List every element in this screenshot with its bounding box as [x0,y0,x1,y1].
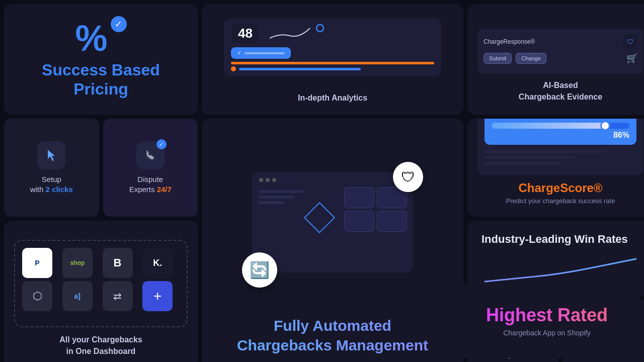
setup-card: Setup with 2 clicks [4,119,99,217]
bold-icon: B [103,248,133,278]
chargescore-percentage: 86% [492,131,629,140]
square-icon: a] [62,281,93,311]
percent-symbol: % [75,20,107,56]
evidence-title: AI-Based Chargeback Evidence [519,80,602,103]
win-rates-title: Industry-Leading Win Rates [481,233,628,246]
highest-rated-card: Highest Rated Chargeback App on Shopify [454,284,640,358]
chargeresponse-label: ChargeResponse® [484,38,535,45]
pricing-card: % ✓ Success BasedPricing [4,4,198,115]
pricing-title: Success BasedPricing [42,60,160,99]
highest-rated-title: Highest Rated [486,305,608,326]
evidence-card: ChargeResponse® 🛡 Submit Change 🛒 AI-Bas… [467,4,644,115]
diamond-icon [304,202,335,233]
dispute-label: Dispute Experts 24/7 [129,174,172,194]
klarna-icon: K. [142,248,173,278]
slider-knob [600,121,610,131]
cursor-icon [37,141,65,169]
win-rates-chart [481,254,639,284]
highest-rated-subtitle: Chargeback App on Shopify [503,329,591,337]
change-button[interactable]: Change [516,53,546,64]
shield-icon: 🛡 [393,162,423,192]
phone-icon: ✓ [136,141,165,169]
payment-icons-grid: P shop B K. ⬡ a] ⇄ + [22,248,180,311]
analytics-card: 48 ✓ [202,4,463,115]
font-icon: ⬡ [22,281,52,311]
dispute-card: ✓ Dispute Experts 24/7 [103,119,198,217]
submit-button[interactable]: Submit [484,53,512,64]
paypal-icon: P [22,248,52,278]
arrows-icon: ⇄ [103,281,133,311]
analytics-title: In-depth Analytics [298,94,367,103]
plus-button[interactable]: + [142,281,173,311]
shopify-icon: shop [62,248,93,278]
chargescore-subtitle: Predict your chargeback success rate [506,197,615,205]
check-icon: ✓ [111,16,127,32]
phone-check-icon: ✓ [156,139,167,149]
chargescore-main-title: ChargeScore® [518,181,602,195]
sync-icon: 🔄 [242,252,277,288]
setup-label: Setup with 2 clicks [30,174,73,194]
automated-title: Fully Automated Chargebacks Management [237,316,428,355]
analytics-chart-icon [265,23,325,43]
dashboard-card: P shop B K. ⬡ a] ⇄ + All your Chargeback… [4,221,198,362]
automated-card: 🛡 🔄 Fully Automated Chargebacks Manageme… [202,119,463,362]
analytics-number: 48 [238,26,253,41]
dashboard-label: All your Chargebacks in One Dashboard [59,334,142,357]
setup-dispute-row: Setup with 2 clicks ✓ Dispute Experts 24… [4,119,198,217]
svg-point-0 [316,25,324,32]
chargescore-card: PayPal ChargeScore® 86% ChargeScore® Pre… [467,119,644,217]
